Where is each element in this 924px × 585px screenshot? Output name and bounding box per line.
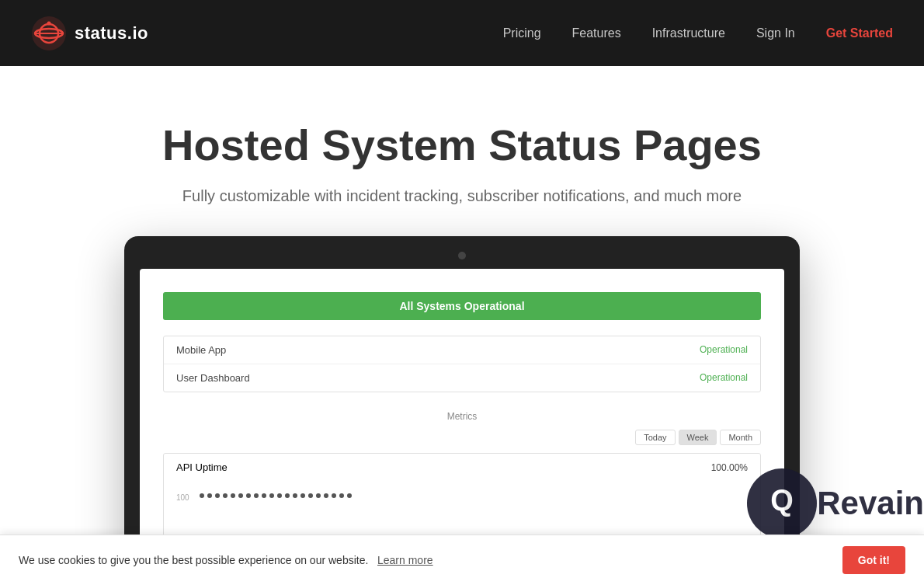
laptop-camera <box>458 252 466 259</box>
chart-dot <box>285 493 290 498</box>
chart-dot <box>347 493 352 498</box>
table-row: User Dashboard Operational <box>164 364 760 392</box>
chart-dot <box>293 493 297 498</box>
cookie-message: We use cookies to give you the best poss… <box>19 554 836 566</box>
logo-icon <box>31 16 67 51</box>
metrics-week-btn[interactable]: Week <box>679 430 717 445</box>
nav-link-signin[interactable]: Sign In <box>756 26 795 40</box>
svg-text:Q: Q <box>770 484 794 517</box>
metric-value: 100.00% <box>711 462 748 473</box>
metric-name: API Uptime <box>176 461 228 473</box>
chart-dot <box>200 493 204 498</box>
status-table: Mobile App Operational User Dashboard Op… <box>163 336 761 392</box>
revain-logo-icon: Q <box>747 468 817 538</box>
laptop-screen: All Systems Operational Mobile App Opera… <box>140 269 784 569</box>
chart-dot <box>231 493 235 498</box>
revain-text: Revain <box>817 485 924 522</box>
hero-title: Hosted System Status Pages <box>31 120 893 170</box>
nav-link-features[interactable]: Features <box>572 26 621 40</box>
metrics-table: API Uptime 100.00% 100 <box>163 453 761 545</box>
nav-link-getstarted[interactable]: Get Started <box>826 26 893 40</box>
chart-dot <box>308 493 313 498</box>
cookie-accept-button[interactable]: Got it! <box>842 546 905 574</box>
metrics-today-btn[interactable]: Today <box>635 430 675 445</box>
chart-dot <box>238 493 243 498</box>
metrics-label: Metrics <box>163 411 761 422</box>
chart-line: 100 <box>176 493 748 532</box>
chart-dot <box>324 493 328 498</box>
chart-dot <box>207 493 212 498</box>
cookie-banner: We use cookies to give you the best poss… <box>0 535 924 585</box>
chart-dots <box>176 493 748 498</box>
cookie-text-content: We use cookies to give you the best poss… <box>19 554 368 566</box>
laptop-frame: All Systems Operational Mobile App Opera… <box>124 236 800 583</box>
metrics-controls: Today Week Month <box>163 430 761 445</box>
chart-dot <box>277 493 282 498</box>
nav-link-pricing[interactable]: Pricing <box>503 26 541 40</box>
chart-y-label: 100 <box>176 493 189 502</box>
hero-subtitle: Fully customizable with incident trackin… <box>31 187 893 205</box>
nav-link-infrastructure[interactable]: Infrastructure <box>652 26 725 40</box>
metrics-section: Metrics Today Week Month API Uptime 100.… <box>163 411 761 545</box>
logo-link[interactable]: status.io <box>31 16 148 51</box>
chart-dot <box>332 493 336 498</box>
chart-dot <box>246 493 251 498</box>
chart-dot <box>269 493 274 498</box>
service-name: Mobile App <box>176 344 226 356</box>
cookie-learn-more-link[interactable]: Learn more <box>377 554 433 566</box>
chart-dot <box>254 493 259 498</box>
navbar: status.io Pricing Features Infrastructur… <box>0 0 924 66</box>
chart-dot <box>316 493 321 498</box>
nav-links: Pricing Features Infrastructure Sign In … <box>503 26 893 40</box>
logo-text: status.io <box>75 23 148 44</box>
table-row: Mobile App Operational <box>164 336 760 364</box>
chart-dot <box>215 493 220 498</box>
chart-dot <box>339 493 344 498</box>
status-banner: All Systems Operational <box>163 292 761 320</box>
chart-dot <box>223 493 228 498</box>
revain-watermark: Q Revain <box>747 468 924 538</box>
chart-dot <box>300 493 305 498</box>
service-status: Operational <box>700 372 748 384</box>
metrics-month-btn[interactable]: Month <box>720 430 761 445</box>
metrics-row: API Uptime 100.00% <box>164 454 760 481</box>
svg-point-3 <box>47 21 51 25</box>
service-name: User Dashboard <box>176 372 250 384</box>
chart-dot <box>262 493 266 498</box>
service-status: Operational <box>700 344 748 356</box>
